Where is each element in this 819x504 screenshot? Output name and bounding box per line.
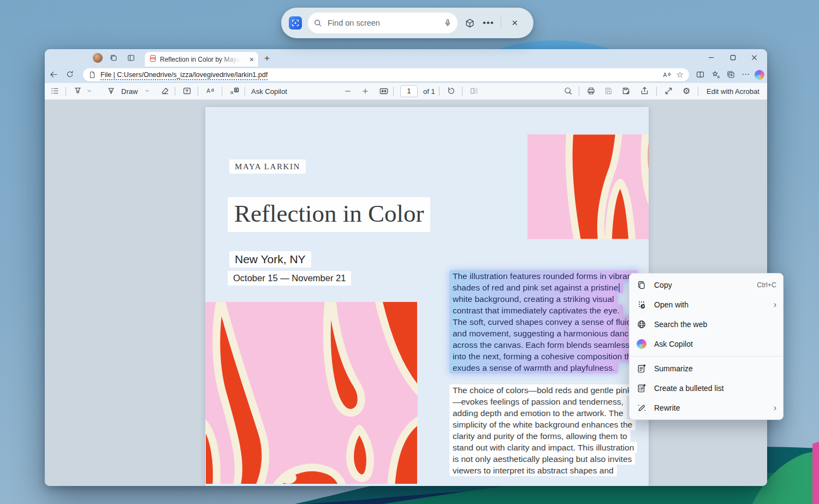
divider [579,87,579,96]
copilot-vision-cube-icon[interactable] [465,18,475,28]
highlighted-text-line[interactable]: contrast that immediately captivates the… [449,305,623,316]
browser-settings-icon[interactable]: ⋯ [741,69,750,79]
body-text-line[interactable]: adding depth and emotion to the artwork.… [449,407,627,419]
menu-separator [630,356,782,357]
menu-item-create-bulleted-list[interactable]: Create a bulleted list [630,378,783,398]
highlighter-icon[interactable] [73,86,82,96]
back-icon[interactable] [49,70,58,79]
desktop: ••• × PDF Reflection in Color by May [0,0,819,504]
tab-close-icon[interactable]: × [250,55,254,64]
chevron-down-icon[interactable] [86,88,92,94]
submenu-chevron-icon: › [774,300,776,310]
profile-avatar[interactable] [93,53,103,63]
find-on-screen-search[interactable] [307,12,458,34]
menu-item-summarize[interactable]: Summarize [630,359,783,378]
body-text-line[interactable]: stand out with clarity and impact. This … [449,442,637,453]
divider [198,87,198,96]
body-paragraph[interactable]: The choice of colors—bold reds and gentl… [449,384,639,476]
enter-fullscreen-icon[interactable] [664,86,673,96]
split-screen-icon[interactable] [696,70,705,79]
highlighted-text-line[interactable]: white background, creating a striking vi… [449,293,618,305]
tab-actions-icon[interactable] [127,54,135,62]
menu-item-rewrite[interactable]: Rewrite › [630,398,783,418]
url-field[interactable]: File | C:Users/Onedrive/s_izza/lovegived… [83,68,689,81]
draw-pen-icon[interactable] [106,86,116,96]
highlighted-text-line[interactable]: across the canvas. Each form blends seam… [449,339,639,351]
artwork-top-right [527,134,649,239]
highlighted-text-line[interactable]: and movement, suggesting a harmonious da… [449,328,637,339]
menu-item-ask-copilot[interactable]: Ask Copilot [630,334,783,354]
chevron-down-icon[interactable] [144,88,150,94]
highlighted-paragraph[interactable]: The illustration features rounded forms … [449,270,643,373]
menu-item-open-with[interactable]: Open with › [630,295,783,315]
divider [66,87,66,96]
read-aloud-icon[interactable]: A [205,86,215,96]
collections-icon[interactable] [726,70,735,79]
page-view-icon[interactable] [470,86,479,96]
body-text-line[interactable]: viewers to interpret its abstract shapes… [449,465,617,476]
tab-title: Reflection in Color by Maya Larki [160,56,242,63]
document-title: Reflection in Color [228,197,430,232]
microphone-icon[interactable] [443,19,452,27]
find-on-screen-input[interactable] [327,18,443,28]
read-aloud-icon[interactable]: A [662,70,671,80]
close-icon[interactable]: × [507,17,523,29]
context-menu: Copy Ctrl+C Open with › Search the web A… [629,273,784,420]
zoom-out-icon[interactable] [344,87,352,95]
table-of-contents-icon[interactable] [50,86,60,96]
highlighted-text-line[interactable]: shades of red and pink set against a pri… [449,282,623,293]
browser-tab[interactable]: PDF Reflection in Color by Maya Larki × [145,52,258,67]
eraser-icon[interactable] [161,86,170,96]
search-document-icon[interactable] [563,86,573,96]
url-text[interactable]: File | C:Users/Onedrive/s_izza/lovegived… [100,71,268,79]
body-text-line[interactable]: —evokes feelings of passion and tenderne… [449,396,627,407]
rotate-icon[interactable] [447,86,456,96]
body-text-line[interactable]: The choice of colors—bold reds and gentl… [449,384,639,396]
page-number-input[interactable] [400,85,418,97]
body-text-line[interactable]: simplicity of the white background enhan… [449,419,636,430]
highlighted-text-line[interactable]: exudes a sense of warmth and playfulness… [449,362,618,373]
svg-text:A: A [206,88,210,94]
copilot-icon[interactable] [755,70,764,80]
print-icon[interactable] [586,86,596,96]
translate-icon[interactable]: a [229,86,239,96]
ask-copilot-button[interactable]: Ask Copilot [251,87,287,96]
divider [245,87,245,96]
menu-item-search-web[interactable]: Search the web [630,315,783,334]
screen-select-icon[interactable] [289,16,302,29]
divider [501,17,501,29]
pdf-file-icon: PDF [149,55,157,64]
share-icon[interactable] [640,86,649,96]
favorite-star-icon[interactable]: ☆ [676,70,684,80]
refresh-icon[interactable] [66,70,74,79]
browser-window: PDF Reflection in Color by Maya Larki × … [45,49,767,486]
window-maximize-button[interactable] [722,49,743,66]
highlighted-text-line[interactable]: The soft, curved shapes convey a sense o… [449,316,643,328]
fit-to-width-icon[interactable] [379,86,389,96]
copy-icon [636,280,647,290]
divider [175,87,175,96]
search-icon [313,19,322,27]
highlighted-text-line[interactable]: into the next, forming a cohesive compos… [449,351,642,362]
favorites-bar-icon[interactable] [711,70,720,79]
body-text-line[interactable]: is not only aesthetically pleasing but a… [449,453,635,465]
body-text-line[interactable]: clarity and purity of the forms, allowin… [449,430,631,442]
file-icon[interactable] [88,71,96,79]
text-box-icon[interactable] [182,86,192,96]
rewrite-icon [636,402,647,413]
draw-label[interactable]: Draw [121,87,138,96]
workspaces-icon[interactable] [109,54,118,62]
edit-with-acrobat-button[interactable]: Edit with Acrobat [707,87,759,96]
menu-item-copy[interactable]: Copy Ctrl+C [630,275,783,295]
window-minimize-button[interactable] [701,49,721,66]
save-icon[interactable] [604,86,613,96]
more-options-icon[interactable]: ••• [483,17,494,28]
pdf-settings-gear-icon[interactable]: ⚙ [682,86,690,96]
copilot-icon [636,339,647,349]
window-close-button[interactable] [744,49,764,66]
highlighted-text-line[interactable]: The illustration features rounded forms … [449,270,638,282]
save-as-icon[interactable] [621,86,631,96]
zoom-in-icon[interactable] [361,87,369,95]
artist-name: MAYA LARKIN [229,159,306,174]
new-tab-button[interactable]: + [264,53,270,64]
